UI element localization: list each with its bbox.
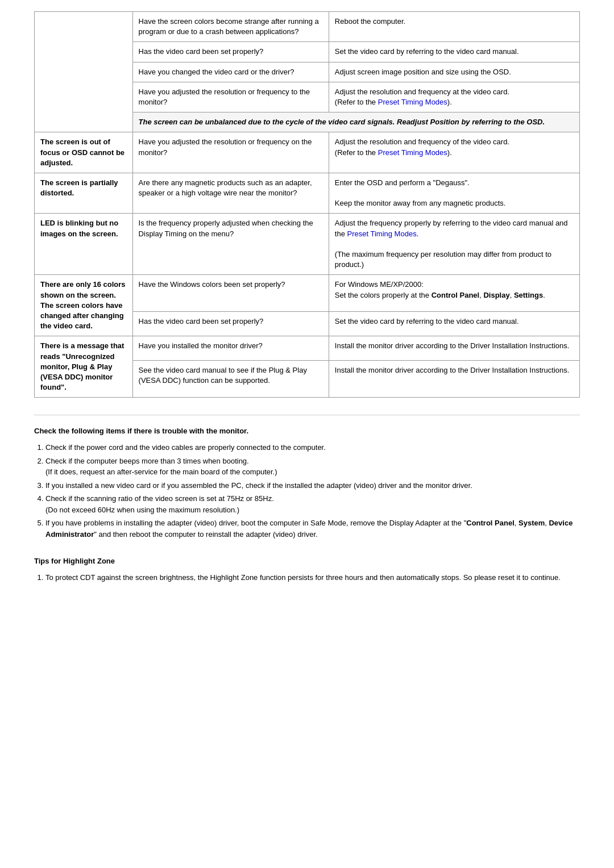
- answer-cell: Reboot the computer.: [329, 12, 579, 42]
- table-row: The screen is partially distorted. Are t…: [35, 173, 580, 214]
- section-divider: [34, 415, 580, 415]
- list-item: Check if the scanning ratio of the video…: [45, 493, 580, 515]
- list-item: Check if the computer beeps more than 3 …: [45, 456, 580, 478]
- list-item: To protect CDT against the screen bright…: [45, 572, 580, 583]
- answer-cell: Enter the OSD and perform a "Degauss". K…: [329, 173, 579, 214]
- question-cell: Have the Windows colors been set properl…: [132, 275, 329, 312]
- bold-text: System: [518, 519, 545, 527]
- answer-cell: Set the video card by referring to the v…: [329, 42, 579, 62]
- list-item: If you installed a new video card or if …: [45, 480, 580, 491]
- list-item: If you have problems in installing the a…: [45, 518, 580, 540]
- question-cell: See the video card manual to see if the …: [132, 361, 329, 398]
- tips-section-title: Tips for Highlight Zone: [34, 557, 580, 565]
- bold-text: Control Panel: [432, 291, 480, 299]
- question-cell: Is the frequency properly adjusted when …: [132, 214, 329, 275]
- question-cell: Are there any magnetic products such as …: [132, 173, 329, 214]
- question-cell: Have you adjusted the resolution or freq…: [132, 82, 329, 112]
- preset-timing-link-1[interactable]: Preset Timing Modes: [378, 98, 447, 106]
- span-cell: The screen can be unbalanced due to the …: [132, 112, 579, 132]
- bold-text: Display: [483, 291, 509, 299]
- table-row: The screen is out of focus or OSD cannot…: [35, 132, 580, 173]
- bold-text: Settings: [514, 291, 543, 299]
- table-row: There is a message that reads "Unrecogni…: [35, 336, 580, 361]
- answer-cell: Install the monitor driver according to …: [329, 361, 579, 398]
- answer-cell: Adjust the resolution and frequency at t…: [329, 82, 579, 112]
- answer-cell: Adjust the frequency properly by referri…: [329, 214, 579, 275]
- tips-section: Tips for Highlight Zone To protect CDT a…: [34, 557, 580, 583]
- answer-cell: Adjust the resolution and frequency of t…: [329, 132, 579, 173]
- question-cell: Have you installed the monitor driver?: [132, 336, 329, 361]
- answer-cell: Adjust screen image position and size us…: [329, 62, 579, 82]
- check-section-title: Check the following items if there is tr…: [34, 427, 580, 435]
- question-cell: Have you changed the video card or the d…: [132, 62, 329, 82]
- tips-list: To protect CDT against the screen bright…: [45, 572, 580, 583]
- question-cell: Has the video card been set properly?: [132, 312, 329, 336]
- check-list: Check if the power cord and the video ca…: [45, 442, 580, 540]
- problem-cell-1: [35, 12, 133, 132]
- problem-cell-2: The screen is out of focus or OSD cannot…: [35, 132, 133, 173]
- question-cell: Have you adjusted the resolution or freq…: [132, 132, 329, 173]
- preset-timing-link-2[interactable]: Preset Timing Modes: [378, 148, 447, 157]
- table-row: LED is blinking but no images on the scr…: [35, 214, 580, 275]
- list-item: Check if the power cord and the video ca…: [45, 442, 580, 453]
- problem-cell-5: There are only 16 colors shown on the sc…: [35, 275, 133, 336]
- table-row: There are only 16 colors shown on the sc…: [35, 275, 580, 312]
- answer-cell: Set the video card by referring to the v…: [329, 312, 579, 336]
- problem-cell-3: The screen is partially distorted.: [35, 173, 133, 214]
- bold-text: Control Panel: [466, 519, 515, 527]
- troubleshoot-table: Have the screen colors become strange af…: [34, 11, 580, 398]
- preset-timing-link-3[interactable]: Preset Timing Modes: [347, 229, 417, 238]
- check-section: Check the following items if there is tr…: [34, 427, 580, 540]
- problem-cell-6: There is a message that reads "Unrecogni…: [35, 336, 133, 398]
- question-cell: Has the video card been set properly?: [132, 42, 329, 62]
- answer-cell: For Windows ME/XP/2000: Set the colors p…: [329, 275, 579, 312]
- problem-cell-4: LED is blinking but no images on the scr…: [35, 214, 133, 275]
- question-cell: Have the screen colors become strange af…: [132, 12, 329, 42]
- answer-cell: Install the monitor driver according to …: [329, 336, 579, 361]
- table-row: Have the screen colors become strange af…: [35, 12, 580, 42]
